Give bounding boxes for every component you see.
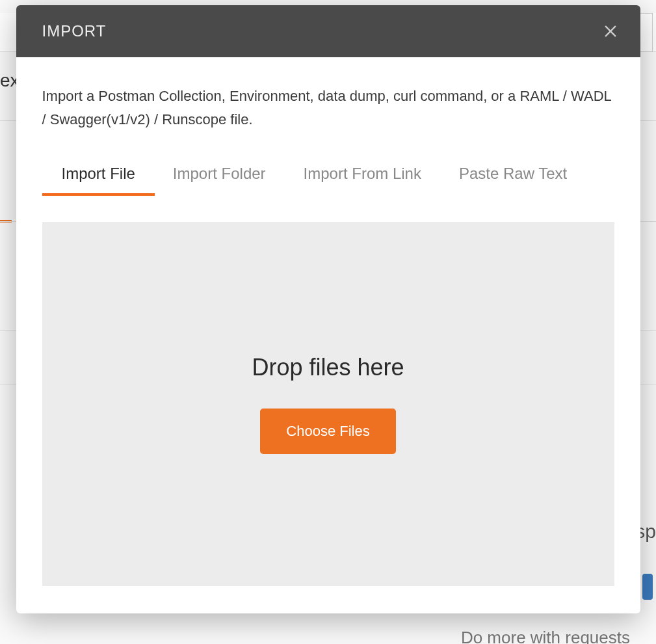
modal-backdrop: IMPORT Import a Postman Collection, Envi… <box>0 0 656 644</box>
import-tabs: Import File Import Folder Import From Li… <box>42 165 614 196</box>
close-button[interactable] <box>600 21 621 42</box>
modal-header: IMPORT <box>16 5 640 57</box>
tab-import-from-link[interactable]: Import From Link <box>304 165 421 196</box>
drop-zone-label: Drop files here <box>252 354 404 381</box>
close-icon <box>603 24 618 38</box>
modal-title: IMPORT <box>42 22 107 40</box>
import-modal: IMPORT Import a Postman Collection, Envi… <box>16 5 640 613</box>
import-description: Import a Postman Collection, Environment… <box>42 85 614 132</box>
tab-import-folder[interactable]: Import Folder <box>173 165 266 196</box>
tab-import-file[interactable]: Import File <box>62 165 135 196</box>
choose-files-button[interactable]: Choose Files <box>260 409 395 454</box>
file-drop-zone[interactable]: Drop files here Choose Files <box>42 222 614 586</box>
modal-body: Import a Postman Collection, Environment… <box>16 57 640 613</box>
tab-paste-raw-text[interactable]: Paste Raw Text <box>459 165 567 196</box>
